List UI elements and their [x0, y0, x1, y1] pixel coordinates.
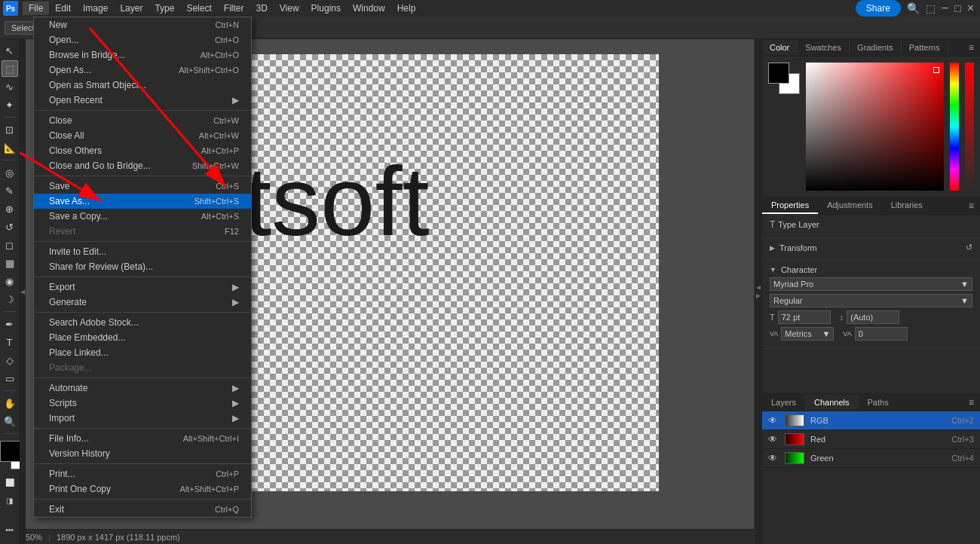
font-size-input[interactable]: 72 pt: [778, 310, 831, 324]
tool-pen[interactable]: ✒: [2, 316, 18, 332]
tool-measure[interactable]: 📐: [2, 139, 18, 156]
menu-automate[interactable]: Automate ▶: [34, 380, 251, 396]
menu-save-copy[interactable]: Save a Copy... Alt+Ctrl+S: [34, 209, 251, 224]
menu-place-embedded[interactable]: Place Embedded...: [34, 330, 251, 345]
tab-libraries[interactable]: Libraries: [882, 197, 932, 214]
tool-gradient[interactable]: ▦: [2, 255, 18, 271]
tool-spot[interactable]: ◎: [2, 164, 18, 181]
tracking-dropdown[interactable]: Metrics ▼: [781, 327, 834, 341]
eye-icon-red[interactable]: 👁: [768, 434, 779, 445]
color-hue-slider[interactable]: [950, 63, 959, 191]
menu-open-recent[interactable]: Open Recent ▶: [34, 93, 251, 108]
transform-reset-icon[interactable]: ↺: [966, 243, 972, 252]
menu-image[interactable]: Image: [77, 2, 114, 15]
kerning-input[interactable]: 0: [855, 327, 908, 341]
tab-properties[interactable]: Properties: [762, 197, 818, 214]
menu-open-smart[interactable]: Open as Smart Object...: [34, 78, 251, 93]
menu-share-review[interactable]: Share for Review (Beta)...: [34, 259, 251, 274]
color-gradient-picker[interactable]: [806, 63, 944, 191]
tab-gradients[interactable]: Gradients: [850, 40, 902, 55]
tool-history[interactable]: ↺: [2, 219, 18, 235]
menu-close-go-bridge[interactable]: Close and Go to Bridge... Shift+Ctrl+W: [34, 158, 251, 173]
tab-paths[interactable]: Paths: [859, 395, 898, 410]
menu-generate[interactable]: Generate ▶: [34, 295, 251, 310]
tool-eraser[interactable]: ◻: [2, 237, 18, 253]
tool-crop[interactable]: ⊡: [2, 121, 18, 138]
transform-header[interactable]: ▶ Transform ↺: [770, 243, 972, 252]
menu-filter[interactable]: Filter: [218, 2, 250, 15]
menu-version-history[interactable]: Version History: [34, 446, 251, 461]
menu-new[interactable]: New Ctrl+N: [34, 17, 251, 32]
menu-type[interactable]: Type: [149, 2, 180, 15]
menu-import[interactable]: Import ▶: [34, 411, 251, 426]
character-header[interactable]: ▼ Character: [770, 265, 972, 274]
menu-place-linked[interactable]: Place Linked...: [34, 345, 251, 360]
leading-input[interactable]: (Auto): [847, 310, 899, 324]
maximize-icon[interactable]: □: [954, 2, 960, 14]
fg-color-box[interactable]: [768, 63, 789, 84]
menu-browse-bridge[interactable]: Browse in Bridge... Alt+Ctrl+O: [34, 47, 251, 63]
tool-path[interactable]: ◇: [2, 352, 18, 368]
menu-search-stock[interactable]: Search Adobe Stock...: [34, 315, 251, 330]
share-button[interactable]: Share: [856, 0, 901, 17]
menu-scripts[interactable]: Scripts ▶: [34, 396, 251, 411]
menu-close-others[interactable]: Close Others Alt+Ctrl+P: [34, 143, 251, 158]
foreground-color-swatch[interactable]: [0, 441, 21, 462]
menu-print[interactable]: Print... Ctrl+P: [34, 466, 251, 481]
minimize-icon[interactable]: −: [942, 2, 948, 15]
menu-edit[interactable]: Edit: [49, 2, 77, 15]
tab-channels[interactable]: Channels: [805, 395, 858, 410]
menu-exit[interactable]: Exit Ctrl+Q: [34, 502, 251, 517]
menu-select[interactable]: Select: [180, 2, 217, 15]
screen-mode-btn[interactable]: ◨: [2, 492, 18, 509]
tool-brush[interactable]: ✎: [2, 182, 18, 199]
tool-clone[interactable]: ⊕: [2, 200, 18, 217]
font-family-dropdown[interactable]: Myriad Pro ▼: [770, 277, 972, 291]
menu-close-all[interactable]: Close All Alt+Ctrl+W: [34, 128, 251, 143]
menu-invite[interactable]: Invite to Edit...: [34, 244, 251, 259]
close-icon[interactable]: ×: [967, 2, 974, 15]
tab-patterns[interactable]: Patterns: [902, 40, 948, 55]
tab-layers[interactable]: Layers: [762, 395, 805, 410]
menu-print-one[interactable]: Print One Copy Alt+Shift+Ctrl+P: [34, 481, 251, 497]
bottom-panel-menu[interactable]: ≡: [963, 394, 980, 411]
menu-window[interactable]: Window: [347, 2, 391, 15]
menu-layer[interactable]: Layer: [114, 2, 149, 15]
tool-select[interactable]: ⬚: [2, 60, 18, 77]
menu-3d[interactable]: 3D: [250, 2, 273, 15]
panel-collapse-handle[interactable]: ◀ ▶: [754, 39, 761, 544]
tab-swatches[interactable]: Swatches: [798, 40, 850, 55]
channel-row-rgb[interactable]: 👁 RGB Ctrl+2: [762, 411, 980, 430]
tool-zoom[interactable]: 🔍: [2, 413, 18, 429]
menu-export[interactable]: Export ▶: [34, 280, 251, 295]
menu-close[interactable]: Close Ctrl+W: [34, 113, 251, 128]
tool-dodge[interactable]: ☽: [2, 291, 18, 307]
menu-save-as[interactable]: Save As... Shift+Ctrl+S: [34, 194, 251, 209]
color-alpha-slider[interactable]: [965, 63, 974, 191]
menu-help[interactable]: Help: [391, 2, 422, 15]
channel-row-red[interactable]: 👁 Red Ctrl+3: [762, 430, 980, 449]
tool-lasso[interactable]: ∿: [2, 78, 18, 95]
eye-icon-rgb[interactable]: 👁: [768, 415, 779, 426]
menu-open-as[interactable]: Open As... Alt+Shift+Ctrl+O: [34, 63, 251, 78]
tab-adjustments[interactable]: Adjustments: [818, 197, 882, 214]
more-tools-btn[interactable]: •••: [2, 521, 18, 538]
tab-color[interactable]: Color: [762, 40, 798, 55]
quick-mask-btn[interactable]: ⬜: [2, 474, 18, 491]
tool-hand[interactable]: ✋: [2, 395, 18, 411]
menu-plugins[interactable]: Plugins: [305, 2, 347, 15]
menu-save[interactable]: Save Ctrl+S: [34, 179, 251, 194]
menu-view[interactable]: View: [274, 2, 305, 15]
tool-blur[interactable]: ◉: [2, 273, 18, 289]
channel-row-green[interactable]: 👁 Green Ctrl+4: [762, 449, 980, 468]
search-icon[interactable]: 🔍: [907, 2, 920, 14]
tool-move[interactable]: ↖: [2, 42, 18, 59]
menu-open[interactable]: Open... Ctrl+O: [34, 32, 251, 47]
tool-shape[interactable]: ▭: [2, 370, 18, 387]
font-style-dropdown[interactable]: Regular ▼: [770, 294, 972, 307]
tool-magic[interactable]: ✦: [2, 96, 18, 113]
tool-type[interactable]: T: [2, 334, 18, 350]
menu-file-info[interactable]: File Info... Alt+Shift+Ctrl+I: [34, 431, 251, 446]
eye-icon-green[interactable]: 👁: [768, 453, 779, 463]
properties-panel-menu[interactable]: ≡: [963, 197, 980, 214]
